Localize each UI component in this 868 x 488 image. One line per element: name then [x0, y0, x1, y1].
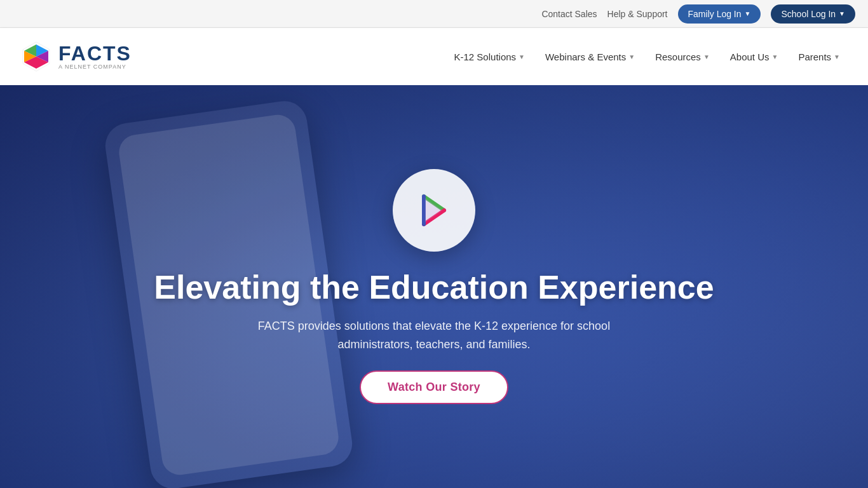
- school-login-button[interactable]: School Log In ▼: [771, 4, 855, 24]
- watch-story-button[interactable]: Watch Our Story: [360, 370, 508, 404]
- nav-parents[interactable]: Parents ▼: [789, 46, 849, 67]
- webinars-caret: ▼: [628, 53, 635, 60]
- family-login-caret: ▼: [745, 10, 751, 17]
- logo-facts-text: FACTS: [58, 43, 132, 64]
- logo-text: FACTS A Nelnet Company: [58, 43, 132, 70]
- play-icon: [415, 191, 453, 229]
- hero-subtitle: FACTS provides solutions that elevate th…: [231, 317, 637, 354]
- hero-section: Elevating the Education Experience FACTS…: [0, 85, 868, 488]
- resources-caret: ▼: [703, 53, 710, 60]
- logo-area[interactable]: FACTS A Nelnet Company: [19, 34, 165, 79]
- family-login-button[interactable]: Family Log In ▼: [678, 4, 761, 24]
- nav-resources[interactable]: Resources ▼: [646, 46, 719, 67]
- about-caret: ▼: [771, 53, 778, 60]
- k12-caret: ▼: [519, 53, 525, 60]
- main-nav: FACTS A Nelnet Company K-12 Solutions ▼ …: [0, 28, 868, 85]
- nav-webinars[interactable]: Webinars & Events ▼: [536, 46, 644, 67]
- hero-title: Elevating the Education Experience: [154, 269, 714, 306]
- nav-about[interactable]: About Us ▼: [721, 46, 787, 67]
- logo-subtitle: A Nelnet Company: [58, 64, 132, 70]
- play-button[interactable]: [393, 169, 475, 252]
- nav-k12[interactable]: K-12 Solutions ▼: [445, 46, 534, 67]
- top-bar: Contact Sales Help & Support Family Log …: [0, 0, 868, 28]
- school-login-caret: ▼: [839, 10, 845, 17]
- hero-content: Elevating the Education Experience FACTS…: [154, 169, 714, 404]
- help-support-link[interactable]: Help & Support: [607, 9, 668, 19]
- parents-caret: ▼: [834, 53, 840, 60]
- logo: FACTS A Nelnet Company: [19, 34, 165, 79]
- nav-links: K-12 Solutions ▼ Webinars & Events ▼ Res…: [445, 46, 849, 67]
- contact-sales-link[interactable]: Contact Sales: [541, 9, 597, 19]
- facts-logo-icon: [19, 39, 53, 74]
